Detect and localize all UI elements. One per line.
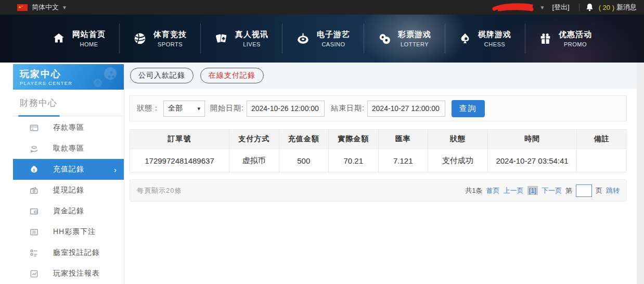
bell-icon[interactable]: [586, 3, 594, 11]
sidebar-item-label: HH彩票下注: [53, 227, 96, 237]
china-flag-icon: ★ ★: [17, 4, 28, 11]
nav-item-lives[interactable]: 真人视讯 LIVES: [201, 22, 282, 55]
sidebar-item-recharge-records[interactable]: $ 充值記錄 ›: [13, 159, 124, 180]
sidebar-item-room-bet-records[interactable]: 廳室投註記錄: [13, 242, 124, 263]
spade-icon: [459, 32, 471, 45]
jump-prefix: 第: [565, 186, 572, 195]
wallet-icon: [29, 207, 38, 216]
language-selector[interactable]: 简体中文: [32, 3, 59, 12]
main-nav: 网站首页 HOME 体育竞技 SPORTS 真人视讯 LIVES: [0, 15, 644, 63]
tab-company-deposit-records[interactable]: 公司入款記錄: [130, 68, 194, 83]
pager: 共1条 首页 上一页 [1] 下一页 第 页 跳转: [465, 184, 620, 197]
nav-label-en: PROMO: [559, 41, 592, 47]
content-inner: 狀態： 全部 ▾ 開始日期: 結束日期: 查詢 訂單號: [124, 89, 637, 202]
sidebar-item-label: 取款專區: [53, 144, 84, 153]
playing-cards-icon: [214, 32, 228, 45]
sidebar: 玩家中心 PLAYERS CENTER 財務中心: [13, 63, 124, 284]
tab-online-payment-records[interactable]: 在線支付記錄: [200, 68, 264, 83]
start-date-input[interactable]: [247, 101, 325, 117]
cell-remark: [577, 149, 627, 172]
cell-payment-method: 虚拟币: [229, 149, 279, 172]
start-date-label: 開始日期:: [210, 104, 244, 113]
sidebar-item-label: 廳室投註記錄: [53, 248, 100, 257]
pagination-bar: 每頁顯示20條 共1条 首页 上一页 [1] 下一页 第 页 跳转: [130, 179, 627, 202]
sports-ball-icon: [133, 32, 147, 45]
logout-link[interactable]: [登出]: [552, 3, 569, 12]
nav-label-en: LIVES: [235, 41, 268, 47]
nav-label-zh: 网站首页: [72, 30, 106, 40]
col-actual-amount: 實際金額: [329, 130, 379, 149]
nav-label-zh: 彩票游戏: [398, 30, 431, 40]
cell-time: 2024-10-27 03:54:41: [487, 149, 577, 172]
sidebar-item-label: 資金記錄: [53, 206, 84, 216]
col-payment-method: 支付方式: [229, 130, 279, 149]
sidebar-item-label: 提現記錄: [53, 186, 84, 195]
col-exchange-rate: 匯率: [378, 130, 428, 149]
nav-item-sports[interactable]: 体育竞技 SPORTS: [120, 22, 200, 55]
status-label: 狀態：: [137, 104, 160, 113]
nav-item-chess[interactable]: 棋牌游戏 CHESS: [445, 22, 525, 55]
status-select[interactable]: 全部 ▾: [163, 101, 205, 117]
nav-item-promo[interactable]: 优惠活动 PROMO: [525, 22, 606, 55]
nav-label-en: HOME: [72, 41, 106, 47]
nav-item-lottery[interactable]: 彩票游戏 LOTTERY: [364, 22, 445, 55]
nav-label-zh: 真人视讯: [235, 30, 268, 40]
jump-suffix: 页: [596, 186, 602, 195]
account-chevron-down-icon[interactable]: ▼: [540, 5, 545, 10]
section-accent-bar: [18, 115, 60, 117]
svg-text:★: ★: [21, 5, 23, 7]
status-selected-value: 全部: [168, 104, 183, 113]
content-area: 公司入款記錄 在線支付記錄 狀態： 全部 ▾ 開始日期: 結束日期: 查詢: [124, 63, 637, 284]
bank-card-icon: [29, 124, 38, 132]
hand-money-icon: [29, 144, 38, 153]
money-bag-icon: $: [29, 165, 38, 174]
col-remark: 備註: [577, 130, 627, 149]
topbar-divider: [579, 4, 579, 11]
finance-center-section: 財務中心: [13, 90, 124, 116]
cell-order-number: 1729972481489637: [130, 149, 229, 172]
topbar: ★ ★ 简体中文 ▼ ▼ [登出] ( 20 ) 新消息: [0, 0, 644, 15]
end-date-input[interactable]: [367, 101, 445, 117]
filter-bar: 狀態： 全部 ▾ 開始日期: 結束日期: 查詢: [130, 95, 627, 121]
sidebar-item-player-bet-report[interactable]: 玩家投注報表: [13, 263, 124, 284]
current-page: [1]: [527, 186, 538, 195]
prev-page-link[interactable]: 上一页: [504, 186, 524, 195]
report-chart-icon: [29, 269, 38, 278]
redacted-username: [491, 3, 536, 11]
first-page-link[interactable]: 首页: [486, 186, 500, 195]
search-button[interactable]: 查詢: [452, 100, 485, 117]
nav-label-zh: 棋牌游戏: [478, 30, 511, 40]
list-icon: [29, 228, 38, 237]
lottery-balls-icon: [378, 32, 391, 45]
sidebar-item-withdraw-zone[interactable]: 取款專區: [13, 138, 124, 159]
nav-label-en: CHESS: [478, 41, 511, 47]
home-icon: [52, 32, 66, 45]
cell-recharge-amount: 500: [279, 149, 329, 172]
sidebar-item-hh-lottery-bets[interactable]: HH彩票下注: [13, 221, 124, 242]
jump-button[interactable]: 跳转: [606, 186, 620, 195]
roulette-icon: [296, 32, 310, 45]
cell-status: 支付成功: [428, 149, 488, 172]
cell-actual-amount: 70.21: [329, 149, 379, 172]
message-count[interactable]: ( 20 ): [599, 4, 614, 11]
sidebar-menu: 存款專區 取款專區 $ 充值記錄 ›: [13, 116, 124, 284]
col-recharge-amount: 充值金額: [279, 130, 329, 149]
sidebar-item-fund-records[interactable]: 資金記錄: [13, 201, 124, 221]
nav-label-en: LOTTERY: [398, 41, 431, 47]
sidebar-item-withdrawal-records[interactable]: 提現記錄: [13, 180, 124, 201]
sidebar-item-label: 存款專區: [53, 123, 84, 132]
end-date-label: 結束日期:: [331, 104, 365, 113]
cell-exchange-rate: 7.121: [378, 149, 428, 172]
chevron-right-icon: ›: [114, 165, 117, 174]
col-time: 時間: [487, 130, 577, 149]
sidebar-item-label: 玩家投注報表: [53, 269, 100, 278]
message-label[interactable]: 新消息: [616, 3, 637, 12]
nav-item-casino[interactable]: 电子游艺 CASINO: [282, 22, 364, 55]
sidebar-item-deposit-zone[interactable]: 存款專區: [13, 117, 124, 138]
nav-item-home[interactable]: 网站首页 HOME: [38, 22, 119, 55]
players-center-header: 玩家中心 PLAYERS CENTER: [13, 64, 124, 90]
page-jump-input[interactable]: [576, 184, 592, 197]
next-page-link[interactable]: 下一页: [542, 186, 562, 195]
page-size-text: 每頁顯示20條: [137, 186, 182, 195]
chevron-down-icon[interactable]: ▼: [62, 5, 67, 10]
